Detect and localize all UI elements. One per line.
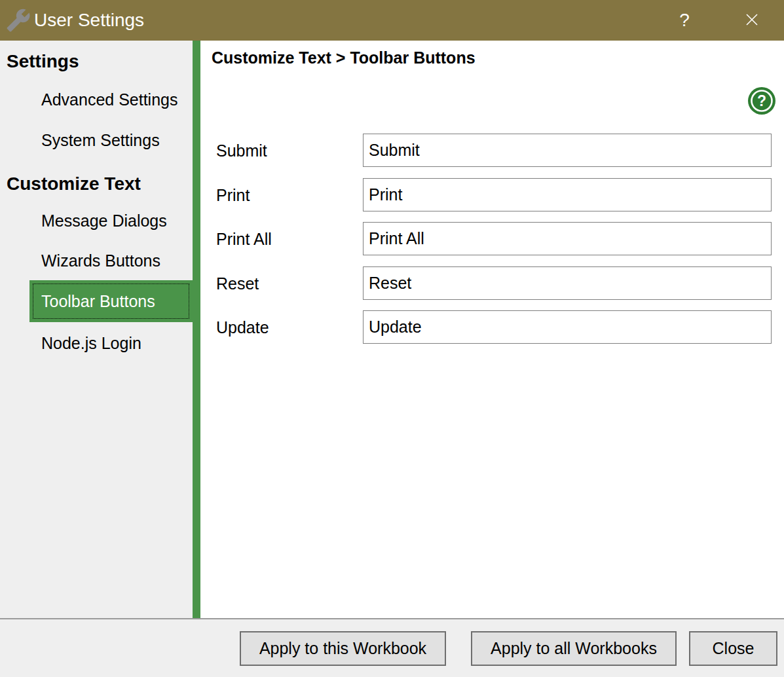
titlebar-help-button[interactable]: ? xyxy=(663,0,705,41)
close-button[interactable]: Close xyxy=(689,631,777,666)
titlebar-close-button[interactable] xyxy=(729,0,775,41)
field-label-reset: Reset xyxy=(216,274,259,293)
field-label-print-all: Print All xyxy=(216,229,272,248)
form-row-update: Update xyxy=(200,310,784,344)
sidebar-item-label: Toolbar Buttons xyxy=(41,291,155,311)
field-input-submit[interactable] xyxy=(363,134,772,167)
breadcrumb: Customize Text > Toolbar Buttons xyxy=(212,48,476,67)
svg-text:?: ? xyxy=(757,92,766,109)
sidebar-divider xyxy=(193,41,200,618)
wrench-icon xyxy=(5,7,31,33)
form-row-print: Print xyxy=(200,178,784,211)
sidebar-header-customize-text[interactable]: Customize Text xyxy=(7,174,141,194)
form-row-reset: Reset xyxy=(200,266,784,300)
field-input-update[interactable] xyxy=(363,310,772,344)
field-label-update: Update xyxy=(216,318,269,337)
field-input-reset[interactable] xyxy=(363,266,772,300)
sidebar-item-toolbar-buttons[interactable]: Toolbar Buttons xyxy=(29,280,193,322)
footer: Apply to this Workbook Apply to all Work… xyxy=(0,619,784,677)
window-title: User Settings xyxy=(34,10,144,31)
sidebar-item-advanced-settings[interactable]: Advanced Settings xyxy=(41,90,177,109)
apply-all-workbooks-button[interactable]: Apply to all Workbooks xyxy=(471,631,677,666)
field-label-print: Print xyxy=(216,185,250,204)
field-label-submit: Submit xyxy=(216,141,267,160)
sidebar-item-system-settings[interactable]: System Settings xyxy=(41,130,160,150)
field-input-print-all[interactable] xyxy=(363,222,772,255)
sidebar: Settings Advanced Settings System Settin… xyxy=(0,41,193,618)
sidebar-item-wizards-buttons[interactable]: Wizards Buttons xyxy=(41,251,160,270)
close-x-icon xyxy=(745,12,759,29)
form-row-submit: Submit xyxy=(200,134,784,167)
titlebar: User Settings ? xyxy=(0,0,784,41)
sidebar-header-settings[interactable]: Settings xyxy=(7,51,79,72)
main-content: Customize Text > Toolbar Buttons ? Submi… xyxy=(200,41,784,618)
help-circle-icon[interactable]: ? xyxy=(747,86,776,115)
sidebar-item-nodejs-login[interactable]: Node.js Login xyxy=(41,333,141,353)
field-input-print[interactable] xyxy=(363,178,772,211)
form-row-print-all: Print All xyxy=(200,222,784,255)
apply-this-workbook-button[interactable]: Apply to this Workbook xyxy=(240,631,446,666)
sidebar-item-message-dialogs[interactable]: Message Dialogs xyxy=(41,211,167,230)
